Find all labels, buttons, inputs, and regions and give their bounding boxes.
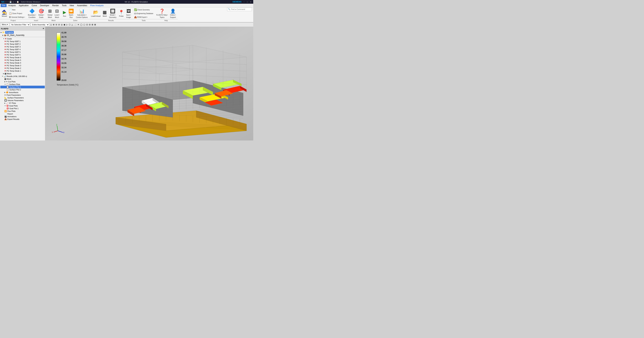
volume-parameters-item[interactable]: 🔲 Volume Parameters: [0, 99, 45, 102]
surface-parameters-item[interactable]: 📐 Surface Parameters: [0, 96, 45, 99]
view-icon-2[interactable]: ⊘: [58, 23, 60, 26]
model-geometry-btn[interactable]: 🔲 Model ▾ Geometry: [108, 8, 118, 19]
results-label: Results: [90, 19, 133, 22]
report-item[interactable]: 📄 Report: [0, 112, 45, 115]
wizard-btn[interactable]: 🧙 Wizard: [1, 10, 8, 18]
view-icon-5[interactable]: ▷: [66, 23, 68, 26]
projects-item[interactable]: ▶ 📁 Projects: [0, 31, 45, 34]
batch-run-btn[interactable]: ⏩ Batch Run: [68, 8, 75, 19]
selection-filter-dropdown[interactable]: No Selection Filter: [10, 23, 30, 26]
window-menu-btn[interactable]: Window ▾: [33, 1, 40, 3]
menu-file[interactable]: File: [1, 4, 6, 7]
xy-plots-item[interactable]: ▶ 📈 XY Plots: [0, 102, 45, 104]
flux-plots-item[interactable]: 🔀 Flux Plots: [0, 110, 45, 112]
goals-item[interactable]: ▼ ✖ Goals: [0, 38, 45, 40]
view-icon-7[interactable]: △: [71, 23, 73, 26]
viewport[interactable]: 41.99 40.79 39.58 38.38 37.17 35.96 34.7…: [45, 27, 253, 140]
goals-label: Goals: [7, 38, 12, 40]
projects-label: Projects: [5, 31, 14, 34]
menu-render[interactable]: Render: [51, 4, 60, 7]
mesh-under-results[interactable]: ▦ Mesh: [0, 78, 45, 80]
menu-application[interactable]: Application: [18, 4, 30, 7]
save-image-btn[interactable]: 🖼 Save ▾ Image: [125, 8, 132, 19]
close-btn[interactable]: ✕: [250, 1, 252, 3]
new-btn[interactable]: 📄 New: [8, 8, 26, 12]
view-icon-9[interactable]: ✕: [77, 23, 80, 26]
animations-item[interactable]: 🎬 Animations: [0, 115, 45, 118]
menu-developer[interactable]: Developer: [39, 4, 51, 7]
local-mesh-btn[interactable]: ⊟ Local ▾ Mesh: [54, 8, 60, 19]
main-assembly-item[interactable]: ▶ 📦 00_Main_Assembly: [0, 34, 45, 36]
view-icon-10[interactable]: ◯: [80, 23, 83, 26]
assembly-dropdown[interactable]: Entire Assembly: [31, 23, 49, 26]
global-goals-btn[interactable]: 🎯 Global ▾ Goals: [37, 8, 45, 19]
view-icon-8[interactable]: ⬜: [74, 23, 77, 26]
isosurfaces-item[interactable]: ▶ 🔶 Isosurfaces: [0, 91, 45, 94]
mesh-results-btn[interactable]: ▦ Mesh: [102, 10, 108, 18]
rom-export-btn[interactable]: 📤 ROM Export ▾: [133, 16, 154, 19]
pg-igbt3[interactable]: ✖PG Temp IGBT 3: [0, 46, 45, 48]
load-unload-btn[interactable]: 📂 Load/Unload: [90, 10, 102, 18]
view-icon-6[interactable]: ⬡: [68, 23, 71, 26]
cut-plots-item[interactable]: ▶ ✂ Cut Plots: [0, 80, 45, 83]
menu-view[interactable]: View: [68, 4, 75, 7]
online-support-btn[interactable]: 👤 Online ▾ Support: [169, 8, 177, 19]
pg-igbt4[interactable]: ✖PG Temp IGBT 4: [0, 48, 45, 51]
view-icon-15[interactable]: ⊠: [94, 23, 96, 26]
pg-diode4[interactable]: ✖PG Temp Diode 4: [0, 62, 45, 64]
pg-igbt6[interactable]: ✖PG Temp IGBT 6: [0, 54, 45, 56]
export-results-item[interactable]: 📤 Export Results: [0, 118, 45, 120]
view-icon-12[interactable]: ⊡: [86, 23, 88, 26]
view-icon-13[interactable]: ⊟: [88, 23, 91, 26]
menu-flow-analysis[interactable]: Flow Analysis: [89, 4, 105, 7]
menu-assemblies[interactable]: Assemblies: [76, 4, 88, 7]
goal-plots-item[interactable]: ▼ 🎯 Goal Plots: [0, 104, 45, 107]
pg-igbt1[interactable]: ✖PG Temp IGBT 1: [0, 40, 45, 43]
mesh-item[interactable]: ▶ ▦ Mesh: [0, 72, 45, 75]
view-icon-4[interactable]: ◉: [63, 23, 66, 26]
sidebar-close-btn[interactable]: ✕: [42, 28, 44, 30]
menu-analysis[interactable]: Analysis: [7, 4, 17, 7]
pg-diode5[interactable]: ✖PG Temp Diode 5: [0, 59, 45, 62]
probe-btn[interactable]: 📍 Probe: [118, 10, 125, 18]
clone-project-btn[interactable]: 📋 Clone Project: [8, 12, 26, 15]
check-geometry-btn[interactable]: ✅ Check Geometry: [133, 8, 154, 12]
engineering-db-btn[interactable]: 🗃 Engineering Database: [133, 12, 154, 15]
menu-btn[interactable]: Menu ▾: [1, 23, 9, 26]
maximize-btn[interactable]: □: [246, 1, 248, 3]
point-parameters-item[interactable]: ✏ Point Parameters: [0, 94, 45, 96]
global-mesh-btn[interactable]: ⊞ Global Mesh: [46, 8, 53, 19]
grid-icon[interactable]: ⊕: [52, 23, 55, 26]
view-icon-14[interactable]: ⊞: [91, 23, 94, 26]
view-icon-3[interactable]: ◎: [60, 23, 63, 26]
svg-text:32.34: 32.34: [62, 66, 66, 69]
pg-diode2[interactable]: ✖PG Temp Diode 2: [0, 67, 45, 70]
menu-curve[interactable]: Curve: [30, 4, 38, 7]
pg-diode3[interactable]: ✖PG Temp Diode 3: [0, 64, 45, 67]
minimize-btn[interactable]: −: [243, 1, 245, 3]
boundary-condition-btn[interactable]: 🔷 Boundary ▾ Condition: [27, 8, 37, 19]
floefd-help-btn[interactable]: ❓ FLOEFD Help ▾ Topics: [155, 8, 169, 19]
general-settings-btn[interactable]: ⚙ General Settings ▾: [8, 16, 26, 19]
window-controls[interactable]: − □ ✕: [243, 1, 252, 3]
menu-tools[interactable]: Tools: [60, 4, 68, 7]
pg-diode1[interactable]: ✖PG Temp Diode 1: [0, 70, 45, 72]
find-command-bar[interactable]: 🔍: [227, 8, 252, 11]
quickaccess-buttons[interactable]: ↩ ↪ 💾 🖨 ✂ 📋: [5, 1, 19, 3]
nx-logo: NX: [1, 0, 4, 3]
pg-diode6[interactable]: ✖PG Temp Diode 6: [0, 56, 45, 59]
surface-plot-1-item[interactable]: 📋 Surface Plot 1: [0, 86, 45, 88]
snap-icon[interactable]: ◻: [50, 23, 52, 26]
pg-igbt2[interactable]: ✖PG Temp IGBT 2: [0, 43, 45, 46]
switch-window-btn[interactable]: Switch Window: [21, 1, 32, 3]
goal-plot-1-item[interactable]: 🎯 Goal Plot 1: [0, 107, 45, 110]
results-item[interactable]: ▼ 📊 Results (4.fld, 100.000 s): [0, 75, 45, 78]
surface-plots-item[interactable]: ▼ 📋 Surface Plots: [0, 83, 45, 86]
surface-plot-2-item[interactable]: 📋 Surface Plot 2: [0, 88, 45, 91]
view-icon-11[interactable]: ▢: [83, 23, 86, 26]
run-btn[interactable]: ▶ Run: [62, 10, 67, 18]
find-input[interactable]: [231, 8, 251, 10]
calc-control-btn[interactable]: 📊 Calculation ▾ Control Options: [75, 8, 88, 19]
view-icon-1[interactable]: ⊖: [55, 23, 58, 26]
pg-igbt5[interactable]: ✖PG Temp IGBT 5: [0, 51, 45, 54]
